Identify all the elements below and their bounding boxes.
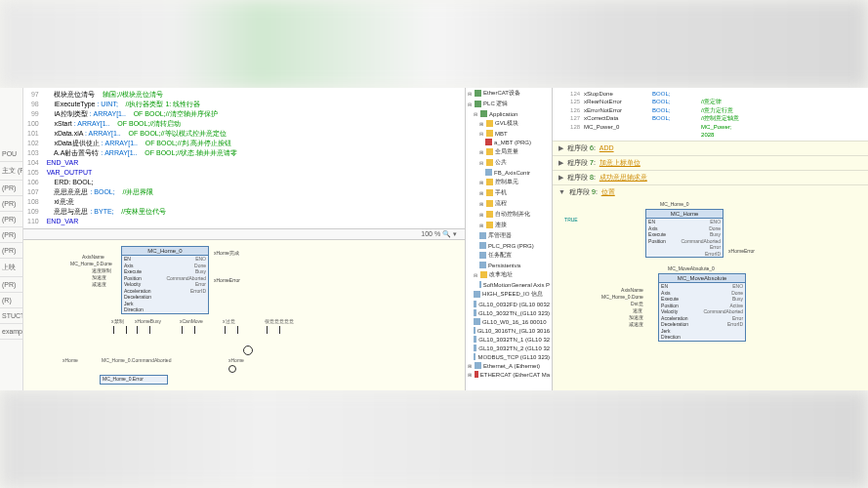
tree-item[interactable]: ⊞流程: [466, 198, 552, 209]
tab-item[interactable]: 主文 (FR): [0, 162, 22, 181]
tree-item[interactable]: ⊟公共: [466, 157, 552, 168]
network-step-header[interactable]: ▶程序段 8: 成功意思轴求意: [553, 170, 868, 184]
contact[interactable]: [182, 326, 195, 334]
tree-expander-icon[interactable]: ⊟: [479, 160, 483, 166]
tree-item[interactable]: 任务配置: [466, 250, 552, 261]
tree-item[interactable]: SoftMotionGeneral Axis P: [466, 280, 552, 289]
var-row[interactable]: 126xErrorNotErrorBOOL;//意力定行意: [555, 106, 866, 114]
tree-item[interactable]: GL10_3016TN_(GL10 3016: [466, 326, 552, 335]
tree-item[interactable]: GL10_0032FD (GL10 0032: [466, 300, 552, 308]
fb-mc-home[interactable]: MC_Home_0 ENENO AxisDone ExecuteBusy Pos…: [121, 246, 209, 314]
tree-item[interactable]: Persistentva: [466, 261, 552, 269]
tree-expander-icon[interactable]: ⊞: [479, 190, 483, 196]
code-line[interactable]: VAR_OUTPUT: [47, 168, 461, 178]
code-line[interactable]: END_VAR: [47, 158, 461, 168]
fb-mc-home-right[interactable]: MC_Home ENENO AxisDone ExecuteBusy Posit…: [645, 209, 723, 258]
network-step-header[interactable]: ▼程序段 9: 位置: [553, 184, 868, 199]
tab-item[interactable]: POU: [0, 146, 22, 162]
tab-item[interactable]: STUCT): [0, 308, 22, 324]
tab-item[interactable]: (PR): [0, 181, 22, 196]
tree-expander-icon[interactable]: ⊞: [468, 372, 472, 378]
tree-expander-icon[interactable]: ⊟: [474, 272, 477, 278]
tree-item[interactable]: ⊞全局意量: [466, 146, 552, 157]
tree-expander-icon[interactable]: ⊞: [479, 212, 483, 218]
tree-expander-icon[interactable]: ⊞: [468, 363, 472, 369]
tree-item[interactable]: ⊞连接: [466, 220, 552, 230]
code-line[interactable]: iExecuteType : UINT; //执行器类型 1: 线性行器: [47, 100, 461, 109]
var-row[interactable]: 127xCorrectDataBOOL;//控制意定轴意: [555, 114, 866, 122]
tab-item[interactable]: (R): [0, 293, 22, 308]
tree-expander-icon[interactable]: ⊟: [479, 131, 483, 137]
contact[interactable]: [267, 326, 280, 334]
code-declaration-area[interactable]: 979899100101102103104105106107108109110 …: [23, 88, 465, 229]
tree-item[interactable]: GL10_3032TN_1 (GL10 32: [466, 335, 552, 344]
tree-item[interactable]: ⊞Ethernet_A (Ethernet): [466, 361, 552, 370]
tree-expander-icon[interactable]: ⊞: [479, 201, 483, 207]
tree-expander-icon[interactable]: ⊞: [479, 121, 483, 127]
tree-item[interactable]: GL10_W0_16_16 00010: [466, 317, 552, 326]
code-line[interactable]: A.A射击置号特 : ARRAY[1.. OF BOOL;//状态.轴并并意请零: [47, 148, 461, 158]
code-line[interactable]: xData提供使止 : ARRAY[1.. OF BOOL;//判.高并停止按钮: [47, 139, 461, 148]
tab-item[interactable]: (PR): [0, 212, 22, 227]
code-line[interactable]: 意思与意思 : BYTE; //安林里位代号: [47, 207, 461, 217]
right-var-declarations[interactable]: 124xStopDoneBOOL;125xRearNotErrorBOOL;//…: [553, 88, 868, 141]
tree-item[interactable]: a_MBT (PRG): [466, 138, 552, 146]
project-tree[interactable]: ⊟EtherCAT设备⊟PLC 逻辑⊟Application⊞GVL模块⊟MBT…: [465, 88, 553, 390]
code-line[interactable]: ERD: BOOL;: [47, 178, 461, 187]
tab-item[interactable]: (PR): [0, 243, 22, 259]
tree-item[interactable]: ⊟EtherCAT设备: [466, 88, 552, 99]
tree-item[interactable]: ⊟MBT: [466, 129, 552, 138]
tab-item[interactable]: (PR): [0, 277, 22, 293]
code-line[interactable]: xi意:意: [47, 197, 461, 207]
code-line[interactable]: xData.xiA : ARRAY[1.. OF BOOL;//等以模式控并意定…: [47, 129, 461, 139]
tree-expander-icon[interactable]: ⊟: [468, 91, 472, 97]
tree-label: ETHERCAT (EtherCAT Ma: [480, 372, 550, 378]
tab-item[interactable]: 上映: [0, 259, 22, 277]
fb-mc-moveabsolute[interactable]: MC_MoveAbsolute ENENO AxisDone ExecuteBu…: [658, 273, 746, 342]
network-step-header[interactable]: ▶程序段 7: 加意上标单位: [553, 155, 868, 170]
contact[interactable]: [137, 326, 150, 334]
tree-item[interactable]: GL10_3032TN_2 (GL10 32: [466, 344, 552, 352]
tab-item[interactable]: (PR): [0, 196, 22, 212]
ladder-diagram-area[interactable]: MC_Home_0 ENENO AxisDone ExecuteBusy Pos…: [23, 240, 465, 390]
tree-expander-icon[interactable]: ⊞: [479, 149, 483, 155]
code-line[interactable]: 模块意位清号 轴国;//模块意位清号: [47, 90, 461, 100]
tree-item[interactable]: GL10_3032TN_(GL10 323): [466, 308, 552, 317]
contact[interactable]: [225, 326, 238, 334]
code-line[interactable]: iA控制类型 : ARRAY[1.. OF BOOL;//清空轴并序保护: [47, 109, 461, 119]
tree-item[interactable]: 库管理器: [466, 230, 552, 241]
tree-item[interactable]: HIGH_SPEED_IO 信息: [466, 289, 552, 300]
tree-item[interactable]: ⊟Application: [466, 109, 552, 118]
tree-item[interactable]: MODBUS_TCP (GL10 323): [466, 352, 552, 361]
right-ladder-diagram[interactable]: MC_Home_0 MC_Home ENENO AxisDone Execute…: [553, 199, 868, 390]
code-line[interactable]: 意思意意思 : BOOL; //并思界限: [47, 187, 461, 197]
tree-item[interactable]: FB_AxisContr: [466, 168, 552, 177]
code-line[interactable]: xStart : ARRAY[1.. OF BOOL;//清转启动: [47, 119, 461, 129]
contact-box[interactable]: MC_Home_0.Error: [100, 375, 168, 385]
tree-item[interactable]: ⊞自动控制并化: [466, 209, 552, 220]
tree-item[interactable]: ⊞ETHERCAT (EtherCAT Ma: [466, 370, 552, 379]
tab-item[interactable]: (PR): [0, 227, 22, 243]
var-row[interactable]: 125xRearNotErrorBOOL;//意定律: [555, 98, 866, 105]
var-row[interactable]: 128MC_Power_0MC_Power;: [555, 123, 866, 131]
tab-item[interactable]: example FUN: [0, 324, 22, 340]
tree-item[interactable]: PLC_PRG (PRG): [466, 241, 552, 250]
network-step-header[interactable]: ▶程序段 6: ADD: [553, 141, 868, 155]
tree-expander-icon[interactable]: ⊟: [474, 111, 477, 117]
tree-item[interactable]: ⊞控制单元: [466, 177, 552, 187]
tree-expander-icon[interactable]: ⊟: [468, 102, 472, 107]
tree-item[interactable]: ⊟PLC 逻辑: [466, 99, 552, 109]
tree-item[interactable]: ⊞手机: [466, 187, 552, 198]
tree-expander-icon[interactable]: ⊞: [479, 180, 483, 185]
tree-item[interactable]: ⊞GVL模块: [466, 118, 552, 129]
coil[interactable]: [228, 365, 236, 373]
coil[interactable]: [243, 346, 253, 355]
zoom-indicator[interactable]: 100 % 🔍 ▾: [23, 229, 465, 240]
tree-expander-icon[interactable]: ⊞: [479, 223, 483, 228]
code-line[interactable]: END_VAR: [47, 217, 461, 226]
var-row[interactable]: 2028: [555, 131, 866, 139]
var-row[interactable]: 124xStopDoneBOOL;: [555, 90, 866, 98]
contact[interactable]: [113, 326, 127, 334]
fb-instance-label: MC_MoveAbsolute_0: [668, 265, 715, 271]
tree-item[interactable]: ⊟改拿地址: [466, 269, 552, 280]
